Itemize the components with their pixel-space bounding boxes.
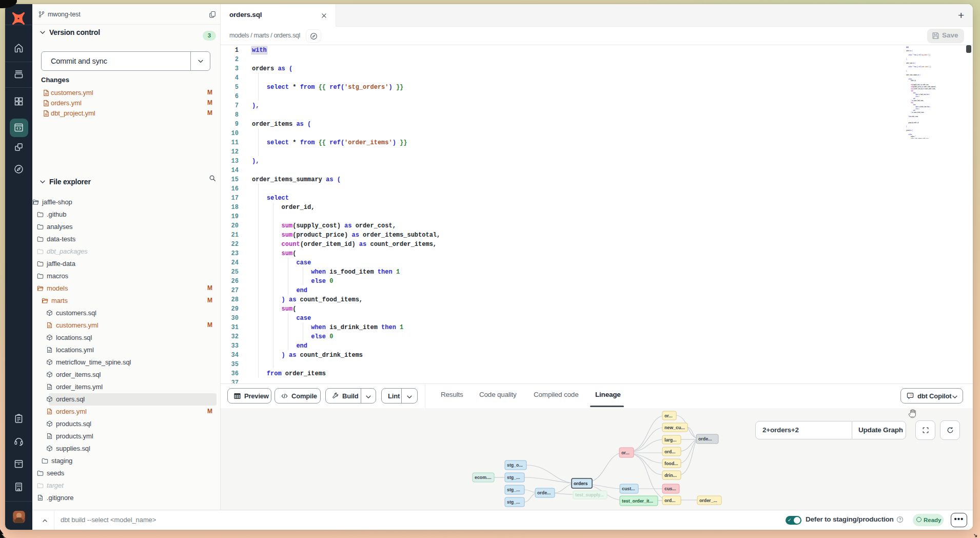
svg-text:test_supply...: test_supply... <box>575 492 604 497</box>
svg-text:stg_...: stg_... <box>507 475 520 480</box>
svg-text:stg_...: stg_... <box>507 487 520 492</box>
svg-text:larg...: larg... <box>664 437 676 443</box>
svg-text:ecom....: ecom.... <box>475 475 492 480</box>
svg-text:cust...: cust... <box>622 486 635 491</box>
svg-text:cus...: cus... <box>664 486 676 491</box>
svg-text:new_cu...: new_cu... <box>664 425 685 430</box>
svg-text:orde...: orde... <box>537 490 551 495</box>
svg-text:order_...: order_... <box>699 498 717 503</box>
svg-text:test_order_it...: test_order_it... <box>622 498 653 504</box>
svg-text:or...: or... <box>621 450 630 455</box>
svg-text:stg_o...: stg_o... <box>507 463 523 468</box>
svg-text:or...: or... <box>664 413 673 418</box>
svg-text:orde...: orde... <box>698 436 712 441</box>
svg-text:stg_...: stg_... <box>507 499 520 505</box>
svg-text:drin...: drin... <box>664 473 677 478</box>
svg-text:ord...: ord... <box>664 449 676 454</box>
svg-text:orders: orders <box>574 481 587 486</box>
svg-text:ord...: ord... <box>664 498 676 503</box>
svg-text:food...: food... <box>664 461 678 466</box>
